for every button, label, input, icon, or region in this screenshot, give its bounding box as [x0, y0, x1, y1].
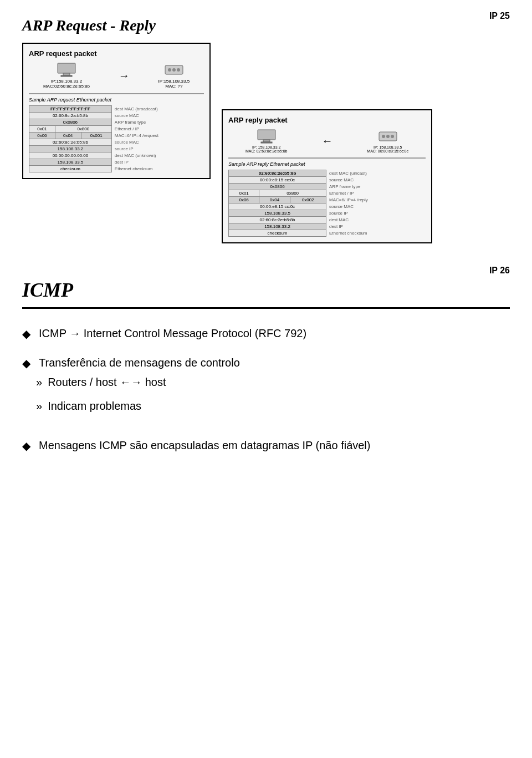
req-arrow: →	[119, 69, 130, 82]
arp-reply-devices: IP: 158.108.33.2 MAC: 02:60:8c:2e:b5:8b …	[228, 129, 426, 153]
arp-request-src-device: IP:158.108.33.2 MAC:02:60:8c:2e:b5:8b	[43, 62, 90, 89]
rep-arrow: ←	[321, 135, 332, 147]
arp-request-box: ARP request packet IP:158.108.33.2 MAC:0…	[22, 43, 211, 179]
svg-point-6	[177, 68, 180, 72]
icmp-divider	[22, 307, 510, 309]
icmp-bullet-3: ◆ Mensagens ICMP são encapsuladas em dat…	[22, 437, 510, 453]
arp-reply-box: ARP reply packet IP: 158.108.33.2 MAC: 0…	[222, 109, 432, 243]
icmp-sub-item-1: » Routers / host ←→ host	[36, 376, 166, 389]
rep-packet-table: 02:60:8c:2e:b5:8b dest MAC (unicast) 00:…	[228, 170, 426, 237]
arp-request-title: ARP request packet	[29, 49, 204, 58]
svg-point-4	[168, 68, 171, 72]
svg-rect-2	[61, 75, 72, 77]
icmp-bullet-3-text: Mensagens ICMP são encapsuladas em datag…	[39, 437, 370, 453]
rep-src-mac: MAC: 02:60:8c:2e:b5:8b	[245, 149, 288, 153]
req-dst-mac: MAC: ??	[158, 84, 190, 89]
rep-dst-mac: MAC: 00:00:e8:15:cc:0c	[367, 149, 408, 153]
bullet-diamond-1: ◆	[22, 327, 30, 340]
rep-dst-ip: IP: 158.108.33.5	[367, 145, 408, 149]
req-sample-label: Sample ARP request Ethernet packet	[29, 97, 204, 103]
bullet-diamond-3: ◆	[22, 439, 30, 452]
svg-rect-7	[258, 130, 275, 140]
arp-section: ARP Request - Reply ARP request packet I…	[22, 17, 510, 243]
icmp-title: ICMP	[22, 278, 510, 302]
svg-point-11	[382, 135, 385, 138]
icmp-sub-text-2: Indicam problemas	[48, 400, 141, 413]
arp-section-title: ARP Request - Reply	[22, 17, 510, 34]
guillemet-1: »	[36, 376, 42, 389]
arp-reply-dst-device: IP: 158.108.33.5 MAC: 00:00:e8:15:cc:0c	[367, 129, 408, 153]
svg-point-13	[391, 135, 394, 138]
icmp-bullet-1-text: ICMP → Internet Control Message Protocol…	[39, 325, 306, 341]
icmp-bullet-2-text: Transferência de mensagens de controlo	[39, 355, 240, 370]
svg-rect-9	[261, 142, 272, 143]
icmp-bullet-1: ◆ ICMP → Internet Control Message Protoc…	[22, 325, 510, 341]
req-dst-ip: IP:158.108.33.5	[158, 79, 190, 84]
req-src-mac: MAC:02:60:8c:2e:b5:8b	[43, 84, 90, 89]
icmp-bullet-2: ◆ Transferência de mensagens de controlo…	[22, 355, 510, 424]
svg-rect-8	[263, 140, 270, 142]
svg-rect-0	[58, 63, 75, 73]
arp-reply-title: ARP reply packet	[228, 116, 426, 124]
arp-request-devices: IP:158.108.33.2 MAC:02:60:8c:2e:b5:8b → …	[29, 62, 204, 89]
arp-reply-src-device: IP: 158.108.33.2 MAC: 02:60:8c:2e:b5:8b	[245, 129, 288, 153]
svg-point-5	[172, 68, 176, 72]
svg-point-12	[386, 135, 390, 138]
page-number-top: IP 25	[489, 11, 510, 21]
guillemet-2: »	[36, 400, 42, 413]
icmp-sub-text-1: Routers / host ←→ host	[48, 376, 166, 389]
rep-src-ip: IP: 158.108.33.2	[245, 145, 288, 149]
req-src-ip: IP:158.108.33.2	[43, 79, 90, 84]
req-packet-table: FF:FF:FF:FF:FF:FF dest MAC (broadcast) 0…	[29, 105, 204, 172]
icmp-sub-item-2: » Indicam problemas	[36, 400, 166, 413]
icmp-section: IP 26 ICMP ◆ ICMP → Internet Control Mes…	[22, 266, 510, 453]
arp-diagrams: ARP request packet IP:158.108.33.2 MAC:0…	[22, 43, 510, 243]
rep-sample-label: Sample ARP reply Ethernet packet	[228, 161, 426, 167]
page-number-icmp: IP 26	[22, 266, 510, 276]
arp-request-dst-device: IP:158.108.33.5 MAC: ??	[158, 62, 190, 89]
svg-rect-1	[63, 73, 70, 75]
bullet-diamond-2: ◆	[22, 357, 30, 370]
icmp-sub-items: » Routers / host ←→ host » Indicam probl…	[22, 376, 166, 424]
